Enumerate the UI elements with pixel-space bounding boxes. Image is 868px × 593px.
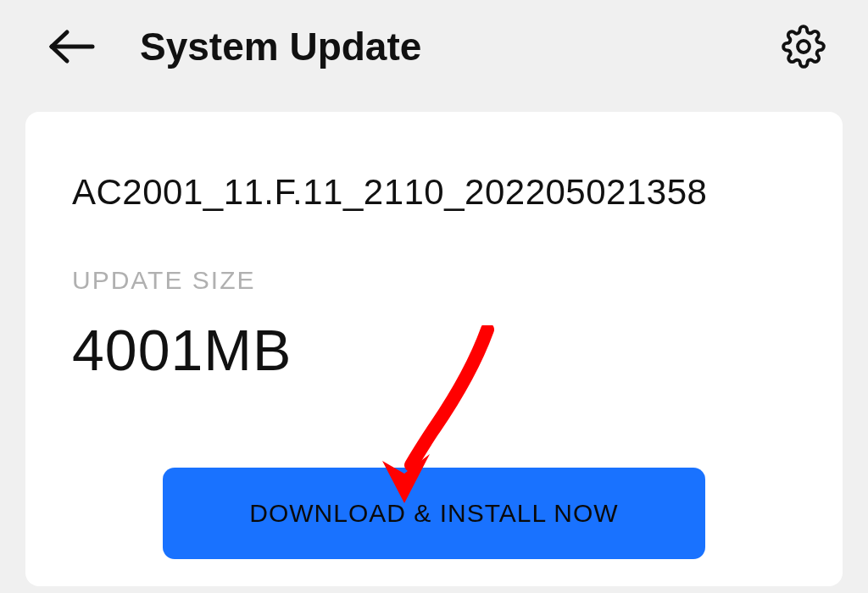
update-size-value: 4001MB <box>72 317 796 383</box>
svg-point-3 <box>798 41 810 53</box>
update-size-label: UPDATE SIZE <box>72 266 796 295</box>
download-install-button[interactable]: DOWNLOAD & INSTALL NOW <box>163 468 705 559</box>
update-card: AC2001_11.F.11_2110_202205021358 UPDATE … <box>25 112 843 586</box>
svg-line-2 <box>52 47 67 61</box>
back-arrow-icon[interactable] <box>47 29 97 64</box>
update-version-text: AC2001_11.F.11_2110_202205021358 <box>72 171 796 213</box>
header-bar: System Update <box>0 0 868 93</box>
page-title: System Update <box>140 24 739 69</box>
svg-line-1 <box>52 32 67 47</box>
gear-icon[interactable] <box>782 25 826 69</box>
